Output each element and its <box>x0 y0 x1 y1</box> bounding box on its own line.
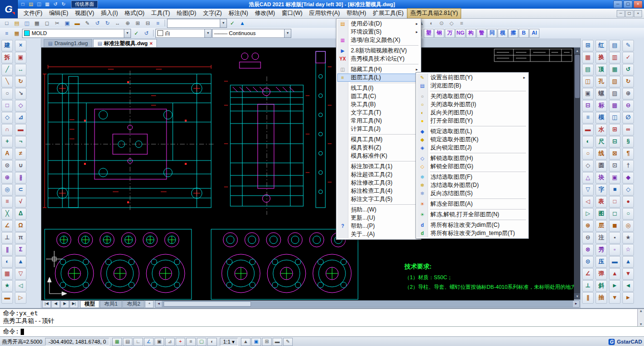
menu-item[interactable]: ?帮助...(P) <box>337 222 420 230</box>
layer-states-icon[interactable]: ▦ <box>12 29 22 38</box>
palette-tool-icon[interactable]: ◫ <box>609 112 620 124</box>
doc-close-button[interactable]: × <box>634 10 642 17</box>
palette-tool-icon[interactable]: ▼ <box>609 292 620 304</box>
menu-item[interactable]: ◐反向关闭图层(U) <box>417 109 527 117</box>
doc-minimize-button[interactable]: ─ <box>617 10 625 17</box>
layout-tab[interactable]: 布局2 <box>122 300 144 308</box>
menu-item[interactable]: ◫隐藏工具(H)▸ <box>337 65 420 74</box>
palette-tool-icon[interactable]: 尺 <box>596 136 607 148</box>
yanxiu-letter-button[interactable]: AI <box>529 29 539 38</box>
palette-tool-icon[interactable]: ⊙ <box>582 256 594 268</box>
menu-item[interactable]: ○关闭选取外图层(I) <box>417 100 527 109</box>
menubar-item[interactable]: 窗口(W) <box>278 8 306 19</box>
palette-tool-icon[interactable]: ↻ <box>622 76 634 87</box>
palette-tool-icon[interactable]: ▦ <box>582 52 594 63</box>
palette-tool-icon[interactable]: ◁ <box>15 280 26 292</box>
palette-tool-icon[interactable]: ▫ <box>609 244 620 256</box>
palette-tool-icon[interactable]: ⊟ <box>582 100 594 111</box>
palette-tool-icon[interactable]: ▲ <box>15 256 26 268</box>
palette-tool-icon[interactable]: 抽 <box>596 292 607 304</box>
palette-tool-icon[interactable]: ▬ <box>15 124 26 136</box>
palette-tool-icon[interactable]: ∥ <box>1 244 13 256</box>
tool-icon[interactable]: ◐ <box>427 19 436 28</box>
menu-item[interactable]: ◆锁定选取外图层(K) <box>417 136 527 144</box>
menu-item[interactable]: d将所有标注改变为dim层(C) <box>417 221 527 229</box>
palette-tool-icon[interactable]: ✓ <box>622 52 634 63</box>
lineweight-toggle[interactable]: ≡ <box>186 338 196 346</box>
layout-tab[interactable]: 布局1 <box>100 300 122 308</box>
yanxiu-letter-button[interactable]: 塑 <box>424 29 434 38</box>
palette-tool-icon[interactable]: § <box>622 136 634 148</box>
palette-tool-icon[interactable]: ▬ <box>609 256 620 268</box>
palette-tool-icon[interactable]: Δ <box>15 208 26 220</box>
palette-tool-icon[interactable]: 圆 <box>596 160 607 172</box>
palette-tool-icon[interactable]: ∩ <box>1 124 13 136</box>
palette-tool-icon[interactable]: 压 <box>596 256 607 268</box>
close-button[interactable]: × <box>633 0 643 8</box>
palette-tool-icon[interactable]: ▬ <box>582 124 594 136</box>
palette-tool-icon[interactable]: ☆ <box>622 244 634 256</box>
palette-tool-icon[interactable]: ◇ <box>582 160 594 172</box>
menubar-item[interactable]: 视图(V) <box>72 8 97 19</box>
palette-tool-icon[interactable]: ≡ <box>582 112 594 124</box>
palette-tool-icon[interactable]: 模 <box>596 112 607 124</box>
menu-item[interactable]: ○关闭选取图层(O) <box>417 92 527 100</box>
polar-toggle[interactable]: ∠ <box>144 338 154 346</box>
plot-icon[interactable]: ▦ <box>32 19 42 28</box>
palette-tool-icon[interactable]: ¬ <box>15 136 26 148</box>
palette-tool-icon[interactable]: ★ <box>1 280 13 292</box>
zoom-realtime-icon[interactable]: ⊕ <box>123 19 132 28</box>
palette-tool-icon[interactable]: ≠ <box>15 148 26 160</box>
palette-tool-icon[interactable]: ● <box>622 196 634 208</box>
palette-tool-icon[interactable]: ★ <box>622 232 634 244</box>
paste-icon[interactable]: ▬ <box>72 19 82 28</box>
palette-tool-icon[interactable]: ⊖ <box>582 232 594 244</box>
palette-tool-icon[interactable]: 孔 <box>596 76 607 87</box>
menu-item[interactable]: 关于...(A) <box>337 230 420 238</box>
menubar-item[interactable]: 文件(F) <box>20 8 46 19</box>
last-layout-icon[interactable]: ▶| <box>70 300 78 308</box>
palette-tool-icon[interactable]: ⊕ <box>1 172 13 184</box>
palette-tool-icon[interactable]: ∅ <box>622 112 634 124</box>
palette-tool-icon[interactable]: π <box>15 232 26 244</box>
layer-combo[interactable]: MOLD ▾ <box>22 29 131 38</box>
palette-tool-icon[interactable]: ⊞ <box>609 124 620 136</box>
workspace-combo[interactable]: ▾ <box>167 19 227 28</box>
vertical-scrollbar[interactable]: ▲ ▼ <box>574 48 581 299</box>
palette-tool-icon[interactable]: ◐ <box>1 256 13 268</box>
palette-tool-icon[interactable]: ∞ <box>622 124 634 136</box>
palette-tool-icon[interactable]: ◻ <box>609 208 620 220</box>
palette-tool-icon[interactable]: 建 <box>1 40 13 51</box>
yanxiu-letter-button[interactable]: 擦 <box>508 29 518 38</box>
palette-tool-icon[interactable]: ∠ <box>582 268 594 280</box>
open-icon[interactable]: ▤ <box>27 1 35 8</box>
yanxiu-letter-button[interactable]: 钢 <box>434 29 444 38</box>
palette-tool-icon[interactable]: 弹 <box>596 268 607 280</box>
undo-icon[interactable]: ↺ <box>93 19 102 28</box>
document-tab[interactable]: ▤标准注塑模具.dwg× <box>93 39 157 47</box>
zoom-window-icon[interactable]: ⊞ <box>133 19 143 28</box>
palette-tool-icon[interactable]: ¶ <box>622 148 634 160</box>
palette-tool-icon[interactable]: ⊿ <box>15 112 26 124</box>
status-icon[interactable]: ▣ <box>251 338 261 346</box>
palette-tool-icon[interactable]: ╱ <box>1 64 13 75</box>
palette-tool-icon[interactable]: ▥ <box>609 52 620 63</box>
palette-tool-icon[interactable]: ⊕ <box>622 88 634 99</box>
palette-tool-icon[interactable]: ∠ <box>1 220 13 232</box>
palette-tool-icon[interactable]: ↻ <box>15 76 26 87</box>
plot-icon[interactable]: ▦ <box>44 1 51 8</box>
menu-item[interactable]: ≡图层工具(L)▸ <box>337 74 420 82</box>
menubar-item[interactable]: 应用软件(A) <box>306 8 343 19</box>
command-input[interactable]: 命令: <box>0 327 644 336</box>
menu-item[interactable]: YX燕秀模具技术论坛(Y) <box>337 55 420 63</box>
menubar-item[interactable]: 燕秀工具箱2.81(Y) <box>407 8 461 19</box>
palette-tool-icon[interactable]: ▣ <box>582 88 594 99</box>
palette-tool-icon[interactable]: 标 <box>596 100 607 111</box>
layout-tab[interactable]: 模型 <box>80 300 99 308</box>
menu-item[interactable]: 计算工具(J)▸ <box>337 125 420 133</box>
properties-icon[interactable]: ≡ <box>153 19 163 28</box>
palette-tool-icon[interactable]: 顶 <box>596 64 607 75</box>
palette-tool-icon[interactable]: 块 <box>596 172 607 184</box>
palette-tool-icon[interactable]: ○ <box>1 88 13 99</box>
yanxiu-letter-button[interactable]: 万 <box>445 29 455 38</box>
